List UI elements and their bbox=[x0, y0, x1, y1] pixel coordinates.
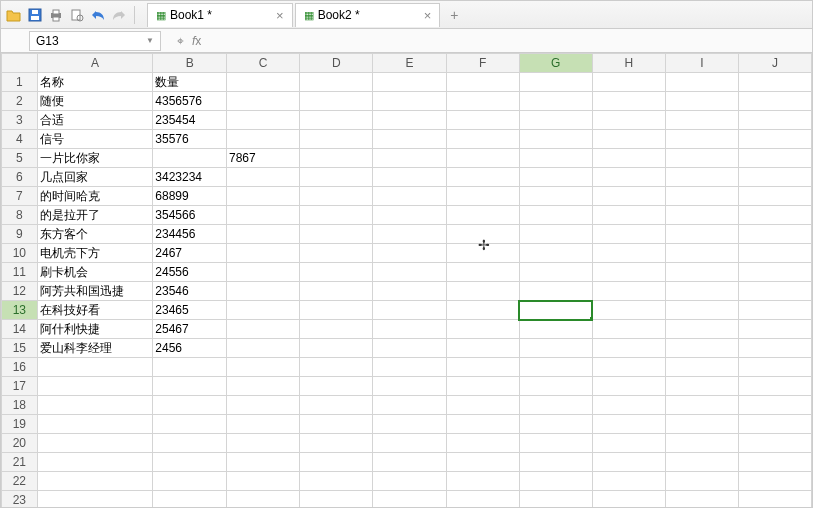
cell-H22[interactable] bbox=[592, 472, 665, 491]
cell-B9[interactable]: 234456 bbox=[153, 225, 227, 244]
cell-H13[interactable] bbox=[592, 301, 665, 320]
row-header-5[interactable]: 5 bbox=[2, 149, 38, 168]
cell-E4[interactable] bbox=[373, 130, 446, 149]
cell-H21[interactable] bbox=[592, 453, 665, 472]
cell-F6[interactable] bbox=[446, 168, 519, 187]
cell-F8[interactable] bbox=[446, 206, 519, 225]
col-header-C[interactable]: C bbox=[226, 54, 299, 73]
cell-J12[interactable] bbox=[738, 282, 811, 301]
cell-J13[interactable] bbox=[738, 301, 811, 320]
cell-F12[interactable] bbox=[446, 282, 519, 301]
row-header-9[interactable]: 9 bbox=[2, 225, 38, 244]
cell-F10[interactable] bbox=[446, 244, 519, 263]
cell-G18[interactable] bbox=[519, 396, 592, 415]
cell-F22[interactable] bbox=[446, 472, 519, 491]
cell-D21[interactable] bbox=[300, 453, 373, 472]
cell-G5[interactable] bbox=[519, 149, 592, 168]
cell-H7[interactable] bbox=[592, 187, 665, 206]
cell-F21[interactable] bbox=[446, 453, 519, 472]
cell-G6[interactable] bbox=[519, 168, 592, 187]
cell-C19[interactable] bbox=[226, 415, 299, 434]
redo-icon[interactable] bbox=[110, 6, 128, 24]
cell-C2[interactable] bbox=[226, 92, 299, 111]
cell-C20[interactable] bbox=[226, 434, 299, 453]
cell-D18[interactable] bbox=[300, 396, 373, 415]
cell-A7[interactable]: 的时间哈克 bbox=[37, 187, 153, 206]
cell-B11[interactable]: 24556 bbox=[153, 263, 227, 282]
cell-C18[interactable] bbox=[226, 396, 299, 415]
fx-icon[interactable]: fx bbox=[192, 34, 201, 48]
cell-J17[interactable] bbox=[738, 377, 811, 396]
cell-H18[interactable] bbox=[592, 396, 665, 415]
cell-C12[interactable] bbox=[226, 282, 299, 301]
cell-I13[interactable] bbox=[665, 301, 738, 320]
cell-B23[interactable] bbox=[153, 491, 227, 508]
tab-book2[interactable]: ▦ Book2 * × bbox=[295, 3, 441, 27]
cell-I19[interactable] bbox=[665, 415, 738, 434]
cell-D17[interactable] bbox=[300, 377, 373, 396]
cell-G13[interactable] bbox=[519, 301, 592, 320]
cell-A22[interactable] bbox=[37, 472, 153, 491]
cell-I10[interactable] bbox=[665, 244, 738, 263]
cell-I18[interactable] bbox=[665, 396, 738, 415]
cell-E11[interactable] bbox=[373, 263, 446, 282]
cell-D13[interactable] bbox=[300, 301, 373, 320]
cell-D5[interactable] bbox=[300, 149, 373, 168]
row-header-21[interactable]: 21 bbox=[2, 453, 38, 472]
cell-I4[interactable] bbox=[665, 130, 738, 149]
cell-A1[interactable]: 名称 bbox=[37, 73, 153, 92]
cell-I23[interactable] bbox=[665, 491, 738, 508]
row-header-10[interactable]: 10 bbox=[2, 244, 38, 263]
trace-icon[interactable]: ⌖ bbox=[177, 34, 184, 48]
cell-B15[interactable]: 2456 bbox=[153, 339, 227, 358]
cell-F11[interactable] bbox=[446, 263, 519, 282]
cell-C5[interactable]: 7867 bbox=[226, 149, 299, 168]
cell-E19[interactable] bbox=[373, 415, 446, 434]
undo-icon[interactable] bbox=[89, 6, 107, 24]
cell-J20[interactable] bbox=[738, 434, 811, 453]
cell-I2[interactable] bbox=[665, 92, 738, 111]
row-header-17[interactable]: 17 bbox=[2, 377, 38, 396]
cell-D12[interactable] bbox=[300, 282, 373, 301]
col-header-H[interactable]: H bbox=[592, 54, 665, 73]
cell-I20[interactable] bbox=[665, 434, 738, 453]
row-header-18[interactable]: 18 bbox=[2, 396, 38, 415]
cell-B6[interactable]: 3423234 bbox=[153, 168, 227, 187]
cell-I15[interactable] bbox=[665, 339, 738, 358]
cell-B8[interactable]: 354566 bbox=[153, 206, 227, 225]
cell-B17[interactable] bbox=[153, 377, 227, 396]
cell-G14[interactable] bbox=[519, 320, 592, 339]
cell-G16[interactable] bbox=[519, 358, 592, 377]
cell-A2[interactable]: 随便 bbox=[37, 92, 153, 111]
cell-B18[interactable] bbox=[153, 396, 227, 415]
cell-J8[interactable] bbox=[738, 206, 811, 225]
row-header-8[interactable]: 8 bbox=[2, 206, 38, 225]
cell-D23[interactable] bbox=[300, 491, 373, 508]
cell-C15[interactable] bbox=[226, 339, 299, 358]
cell-H10[interactable] bbox=[592, 244, 665, 263]
cell-B2[interactable]: 4356576 bbox=[153, 92, 227, 111]
cell-A20[interactable] bbox=[37, 434, 153, 453]
cell-A3[interactable]: 合适 bbox=[37, 111, 153, 130]
cell-J15[interactable] bbox=[738, 339, 811, 358]
cell-E7[interactable] bbox=[373, 187, 446, 206]
cell-F2[interactable] bbox=[446, 92, 519, 111]
cell-A12[interactable]: 阿芳共和国迅捷 bbox=[37, 282, 153, 301]
cell-E14[interactable] bbox=[373, 320, 446, 339]
cell-E1[interactable] bbox=[373, 73, 446, 92]
cell-E6[interactable] bbox=[373, 168, 446, 187]
cell-C9[interactable] bbox=[226, 225, 299, 244]
row-header-22[interactable]: 22 bbox=[2, 472, 38, 491]
cell-A9[interactable]: 东方客个 bbox=[37, 225, 153, 244]
col-header-A[interactable]: A bbox=[37, 54, 153, 73]
cell-B4[interactable]: 35576 bbox=[153, 130, 227, 149]
cell-G17[interactable] bbox=[519, 377, 592, 396]
cell-A11[interactable]: 刷卡机会 bbox=[37, 263, 153, 282]
cell-G23[interactable] bbox=[519, 491, 592, 508]
spreadsheet-grid[interactable]: ABCDEFGHIJ1名称数量2随便43565763合适2354544信号355… bbox=[1, 53, 812, 507]
cell-F4[interactable] bbox=[446, 130, 519, 149]
cell-B20[interactable] bbox=[153, 434, 227, 453]
cell-F16[interactable] bbox=[446, 358, 519, 377]
cell-C7[interactable] bbox=[226, 187, 299, 206]
cell-A6[interactable]: 几点回家 bbox=[37, 168, 153, 187]
